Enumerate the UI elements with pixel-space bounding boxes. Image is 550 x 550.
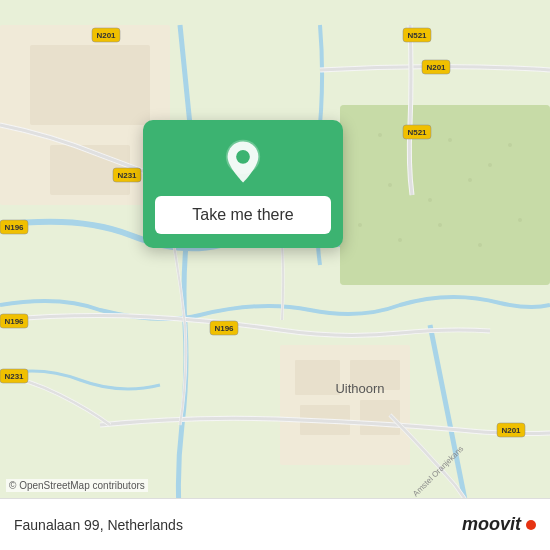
svg-rect-17	[30, 45, 150, 125]
svg-rect-20	[295, 360, 340, 395]
moovit-logo: moovit	[462, 514, 536, 535]
svg-point-14	[478, 243, 482, 247]
svg-text:N196: N196	[214, 324, 234, 333]
svg-point-8	[428, 198, 432, 202]
svg-text:Uithoorn: Uithoorn	[335, 381, 384, 396]
svg-point-11	[358, 223, 362, 227]
svg-point-47	[236, 150, 250, 164]
map-background: N201 N521 N521 N201 N196 N231 N196 N196 …	[0, 0, 550, 550]
svg-point-15	[518, 218, 522, 222]
svg-text:N196: N196	[4, 223, 24, 232]
svg-point-5	[448, 138, 452, 142]
svg-text:N201: N201	[501, 426, 521, 435]
svg-point-13	[438, 223, 442, 227]
svg-point-7	[388, 183, 392, 187]
location-pin-icon	[219, 138, 267, 186]
svg-text:N521: N521	[407, 128, 427, 137]
map-container: N201 N521 N521 N201 N196 N231 N196 N196 …	[0, 0, 550, 550]
popup-card: Take me there	[143, 120, 343, 248]
address-label: Faunalaan 99, Netherlands	[14, 517, 183, 533]
map-attribution: © OpenStreetMap contributors	[6, 479, 148, 492]
svg-text:N196: N196	[4, 317, 24, 326]
take-me-there-button[interactable]: Take me there	[155, 196, 331, 234]
svg-point-6	[488, 163, 492, 167]
svg-text:N521: N521	[407, 31, 427, 40]
svg-point-3	[378, 133, 382, 137]
bottom-bar: Faunalaan 99, Netherlands moovit	[0, 498, 550, 550]
svg-point-10	[508, 143, 512, 147]
moovit-dot	[526, 520, 536, 530]
svg-point-12	[398, 238, 402, 242]
moovit-logo-text: moovit	[462, 514, 521, 535]
svg-text:N231: N231	[4, 372, 24, 381]
svg-text:N201: N201	[96, 31, 116, 40]
svg-point-9	[468, 178, 472, 182]
svg-text:N231: N231	[117, 171, 137, 180]
svg-text:N201: N201	[426, 63, 446, 72]
svg-rect-2	[340, 105, 550, 285]
